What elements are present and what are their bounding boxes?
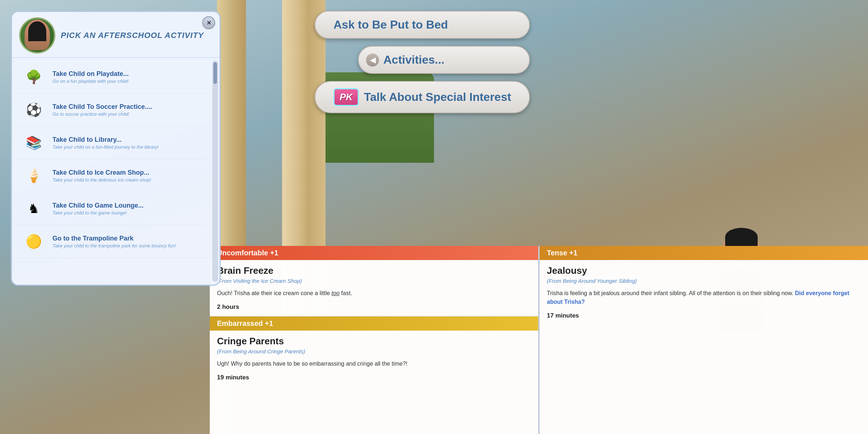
left-moodlet-panel: Uncomfortable +1 Brain Freeze (From Visi… bbox=[210, 246, 538, 434]
list-item[interactable]: 🟡 Go to the Trampoline Park Take your ch… bbox=[16, 225, 207, 258]
ask-to-bed-button[interactable]: Ask to Be Put to Bed bbox=[315, 11, 530, 39]
dialog-header: Pick an Afterschool Activity ✕ bbox=[12, 12, 220, 58]
soccer-icon: ⚽ bbox=[19, 97, 48, 123]
scrollbar[interactable] bbox=[212, 61, 218, 282]
activity-text: Take Child to Game Lounge... Take your c… bbox=[48, 202, 204, 216]
activity-desc: Take your child to the trampoline park f… bbox=[52, 243, 204, 248]
moodlet-panels: Uncomfortable +1 Brain Freeze (From Visi… bbox=[210, 246, 868, 434]
scrollbar-thumb bbox=[213, 62, 217, 84]
activity-desc: Take your child to the game lounge! bbox=[52, 210, 204, 216]
jealousy-time: 17 minutes bbox=[540, 309, 868, 323]
close-button[interactable]: ✕ bbox=[202, 16, 215, 29]
avatar bbox=[19, 17, 55, 54]
activity-name: Take Child To Soccer Practice.... bbox=[52, 103, 204, 111]
activity-desc: Take your child to the delicious ice cre… bbox=[52, 177, 204, 183]
brain-freeze-source: (From Visiting the Ice Cream Shop) bbox=[210, 278, 538, 287]
activity-desc: Take your child on a fun-filled journey … bbox=[52, 144, 204, 150]
activity-name: Take Child to Ice Cream Shop... bbox=[52, 169, 204, 176]
playdate-icon: 🌳 bbox=[19, 64, 48, 90]
activity-text: Go to the Trampoline Park Take your chil… bbox=[48, 235, 204, 248]
activity-name: Take Child to Game Lounge... bbox=[52, 202, 204, 209]
brain-freeze-desc: Ouch! Trisha ate their ice cream cone a … bbox=[210, 287, 538, 300]
right-moodlet-panel: Tense +1 Jealousy (From Being Around You… bbox=[540, 246, 868, 434]
cringe-parents-source: (From Being Around Cringe Parents) bbox=[210, 348, 538, 357]
list-item[interactable]: 🌳 Take Child on Playdate... Go on a fun … bbox=[16, 61, 207, 94]
activity-desc: Go to soccer practice with your child! bbox=[52, 111, 204, 117]
activity-desc: Go on a fun playdate with your child! bbox=[52, 78, 204, 84]
embarrassed-badge: Embarrassed +1 bbox=[210, 316, 538, 331]
jealousy-desc: Trisha is feeling a bit jealous around t… bbox=[540, 287, 868, 309]
list-item[interactable]: 📚 Take Child to Library... Take your chi… bbox=[16, 127, 207, 159]
activity-text: Take Child on Playdate... Go on a fun pl… bbox=[48, 70, 204, 84]
cringe-parents-name: Cringe Parents bbox=[210, 331, 538, 348]
activity-name: Take Child on Playdate... bbox=[52, 70, 204, 78]
cringe-parents-desc: Ugh! Why do parents have to be so embarr… bbox=[210, 357, 538, 370]
activities-button[interactable]: ◀ Activities... bbox=[358, 46, 530, 74]
ask-to-bed-label: Ask to Be Put to Bed bbox=[333, 18, 448, 31]
cringe-parents-time: 19 minutes bbox=[210, 370, 538, 385]
avatar-hair bbox=[28, 21, 46, 41]
activity-text: Take Child to Library... Take your child… bbox=[48, 136, 204, 150]
activities-label: Activities... bbox=[383, 53, 444, 67]
jealousy-name: Jealousy bbox=[540, 260, 868, 278]
cringe-parents-section: Embarrassed +1 Cringe Parents (From Bein… bbox=[210, 316, 538, 385]
dialog-title: Pick an Afterschool Activity bbox=[61, 31, 212, 40]
tense-badge: Tense +1 bbox=[540, 246, 868, 260]
character-hair bbox=[725, 228, 758, 246]
activity-text: Take Child To Soccer Practice.... Go to … bbox=[48, 103, 204, 117]
activity-name: Go to the Trampoline Park bbox=[52, 235, 204, 242]
library-icon: 📚 bbox=[19, 130, 48, 156]
list-item[interactable]: 🍦 Take Child to Ice Cream Shop... Take y… bbox=[16, 159, 207, 192]
activity-list: 🌳 Take Child on Playdate... Go on a fun … bbox=[12, 58, 211, 285]
talk-special-button[interactable]: PK Talk About Special Interest bbox=[315, 81, 530, 113]
pk-badge: PK bbox=[333, 88, 359, 106]
activity-text: Take Child to Ice Cream Shop... Take you… bbox=[48, 169, 204, 183]
brain-freeze-name: Brain Freeze bbox=[210, 260, 538, 278]
interaction-buttons: Ask to Be Put to Bed ◀ Activities... PK … bbox=[315, 11, 530, 113]
afterschool-dialog: Pick an Afterschool Activity ✕ 🌳 Take Ch… bbox=[11, 11, 221, 286]
back-arrow-icon: ◀ bbox=[366, 54, 379, 67]
activity-name: Take Child to Library... bbox=[52, 136, 204, 144]
jealousy-source: (From Being Around Younger Sibling) bbox=[540, 278, 868, 287]
list-item[interactable]: ♞ Take Child to Game Lounge... Take your… bbox=[16, 192, 207, 225]
avatar-face bbox=[25, 20, 50, 50]
trampoline-icon: 🟡 bbox=[19, 229, 48, 254]
brain-freeze-time: 2 hours bbox=[210, 300, 538, 314]
icecream-icon: 🍦 bbox=[19, 163, 48, 188]
dialog-title-wrap: Pick an Afterschool Activity bbox=[55, 31, 212, 40]
talk-special-label: Talk About Special Interest bbox=[364, 90, 511, 104]
gamelounge-icon: ♞ bbox=[19, 196, 48, 221]
uncomfortable-badge: Uncomfortable +1 bbox=[210, 246, 538, 260]
list-item[interactable]: ⚽ Take Child To Soccer Practice.... Go t… bbox=[16, 94, 207, 127]
